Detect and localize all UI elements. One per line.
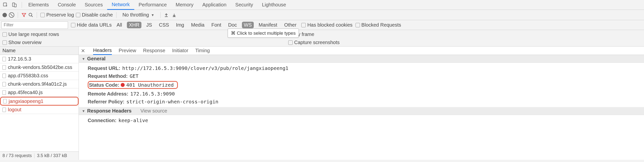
- has-blocked-cookies-label: Has blocked cookies: [307, 22, 352, 28]
- request-name: app.45feca40.js: [8, 90, 42, 95]
- request-row[interactable]: chunk-vendors.5b5042be.css: [0, 63, 78, 72]
- hide-data-urls-label: Hide data URLs: [77, 22, 112, 28]
- response-headers-section-header[interactable]: ▼ Response Headers View source: [79, 107, 644, 115]
- request-method-key: Request Method:: [88, 73, 128, 79]
- referrer-policy-value: strict-origin-when-cross-origin: [126, 99, 218, 105]
- type-filter-js[interactable]: JS: [144, 22, 154, 28]
- view-source-link[interactable]: View source: [140, 108, 167, 114]
- main-tab-lighthouse[interactable]: Lighthouse: [258, 0, 290, 10]
- request-name: logout: [8, 107, 22, 112]
- hide-data-urls-checkbox[interactable]: Hide data URLs: [71, 22, 112, 28]
- request-name: chunk-vendors.5b5042be.css: [8, 64, 72, 70]
- detail-tab-preview[interactable]: Preview: [119, 46, 136, 55]
- main-tab-memory[interactable]: Memory: [171, 0, 198, 10]
- divider: [18, 12, 18, 18]
- device-toggle-icon[interactable]: [11, 2, 18, 8]
- file-icon: [2, 82, 6, 86]
- blocked-requests-checkbox[interactable]: Blocked Requests: [356, 22, 401, 28]
- export-har-icon[interactable]: [172, 13, 176, 17]
- preserve-log-label: Preserve log: [46, 12, 74, 18]
- type-filter-doc[interactable]: Doc: [226, 22, 239, 28]
- status-code-value: 401 Unauthorized: [126, 82, 174, 88]
- file-icon: [2, 74, 6, 78]
- referrer-policy-key: Referrer Policy:: [88, 99, 124, 105]
- detail-tab-response[interactable]: Response: [143, 46, 165, 55]
- disable-cache-checkbox[interactable]: Disable cache: [76, 12, 113, 18]
- svg-rect-2: [14, 4, 16, 7]
- request-row[interactable]: app.d75583b3.css: [0, 72, 78, 80]
- request-row[interactable]: logout: [0, 106, 78, 114]
- main-tab-elements[interactable]: Elements: [24, 0, 53, 10]
- type-filter-other[interactable]: Other: [282, 22, 298, 28]
- main-tab-console[interactable]: Console: [53, 0, 80, 10]
- main-tab-sources[interactable]: Sources: [80, 0, 107, 10]
- main-tab-security[interactable]: Security: [231, 0, 258, 10]
- status-dot-icon: [121, 83, 125, 87]
- file-icon: [3, 99, 7, 104]
- close-details-button[interactable]: [80, 48, 86, 54]
- disclosure-triangle-icon: ▼: [82, 57, 85, 61]
- chevron-down-icon: ▼: [151, 13, 154, 17]
- main-tab-network[interactable]: Network: [107, 0, 134, 10]
- has-blocked-cookies-checkbox[interactable]: Has blocked cookies: [301, 22, 352, 28]
- filter-toggle-icon[interactable]: [22, 12, 26, 18]
- file-icon: [2, 57, 6, 61]
- search-icon[interactable]: [28, 12, 33, 18]
- divider: [160, 12, 161, 18]
- general-section-header[interactable]: ▼ General: [79, 55, 644, 63]
- request-name: chunk-vendors.9f4a01c2.js: [8, 81, 67, 87]
- remote-address-value: 172.16.5.3:9090: [130, 91, 175, 97]
- import-har-icon[interactable]: [164, 13, 168, 17]
- type-filter-ws[interactable]: WS: [242, 22, 254, 28]
- record-button[interactable]: [2, 13, 7, 17]
- type-filter-all[interactable]: All: [114, 22, 124, 28]
- main-tab-performance[interactable]: Performance: [134, 0, 172, 10]
- status-code-key: Status Code:: [89, 82, 119, 88]
- type-filter-xhr[interactable]: XHR: [127, 22, 141, 28]
- multiselect-tooltip: ⌘ Click to select multiple types: [228, 28, 299, 38]
- detail-tab-initiator[interactable]: Initiator: [172, 46, 188, 55]
- file-icon: [2, 65, 6, 70]
- request-row[interactable]: jangxiaopeeng1: [0, 97, 78, 106]
- status-code-highlight: Status Code: 401 Unauthorized: [88, 81, 178, 89]
- transfer-size: 3.5 kB / 337 kB: [37, 153, 67, 158]
- general-section-title: General: [87, 56, 106, 62]
- connection-key: Connection:: [88, 118, 116, 123]
- main-tab-application[interactable]: Application: [198, 0, 231, 10]
- large-rows-label: Use large request rows: [8, 32, 59, 37]
- throttling-label: No throttling: [122, 12, 149, 18]
- request-row[interactable]: app.45feca40.js: [0, 88, 78, 97]
- type-filter-manifest[interactable]: Manifest: [257, 22, 280, 28]
- type-filter-media[interactable]: Media: [189, 22, 206, 28]
- show-overview-checkbox[interactable]: Show overview: [2, 40, 42, 45]
- clear-icon[interactable]: [9, 12, 14, 18]
- filter-input[interactable]: [2, 22, 68, 29]
- divider: [22, 2, 22, 8]
- request-url-key: Request URL:: [88, 66, 120, 71]
- connection-value: keep-alive: [118, 118, 148, 123]
- type-filter-img[interactable]: Img: [174, 22, 186, 28]
- request-name: 172.16.5.3: [8, 56, 31, 62]
- request-method-value: GET: [130, 73, 138, 79]
- request-name: app.d75583b3.css: [8, 73, 48, 78]
- type-filter-css[interactable]: CSS: [157, 22, 171, 28]
- show-overview-label: Show overview: [8, 40, 42, 45]
- disclosure-triangle-icon: ▼: [82, 109, 85, 113]
- capture-screenshots-label: Capture screenshots: [294, 40, 340, 45]
- response-headers-title: Response Headers: [87, 108, 132, 114]
- requests-count: 8 / 73 requests: [2, 153, 32, 158]
- request-url-value: http://172.16.5.3:9090/clover/v3/pub/rol…: [122, 65, 288, 71]
- request-row[interactable]: chunk-vendors.9f4a01c2.js: [0, 80, 78, 88]
- large-rows-checkbox[interactable]: Use large request rows: [2, 32, 59, 37]
- preserve-log-checkbox[interactable]: Preserve log: [40, 12, 74, 18]
- capture-screenshots-checkbox[interactable]: Capture screenshots: [288, 40, 340, 45]
- throttling-select[interactable]: No throttling ▼: [120, 12, 157, 18]
- inspect-icon[interactable]: [2, 2, 9, 8]
- name-column-header[interactable]: Name: [0, 46, 78, 55]
- detail-tab-timing[interactable]: Timing: [195, 46, 210, 55]
- divider: [37, 12, 37, 18]
- request-row[interactable]: 172.16.5.3: [0, 55, 78, 63]
- detail-tab-headers[interactable]: Headers: [93, 46, 112, 55]
- svg-point-3: [29, 13, 32, 16]
- type-filter-font[interactable]: Font: [210, 22, 223, 28]
